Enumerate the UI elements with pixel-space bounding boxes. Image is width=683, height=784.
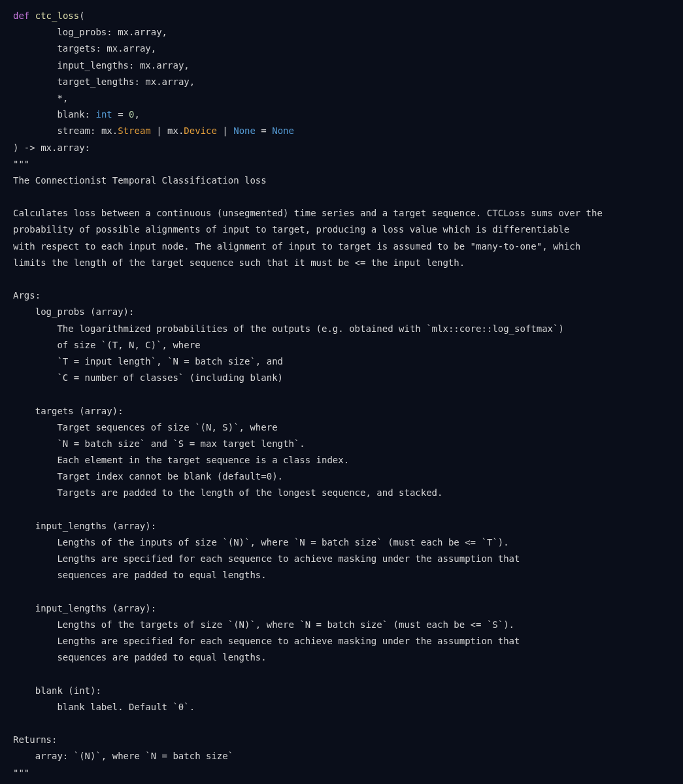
param-target-lengths: target_lengths (57, 76, 134, 87)
param-line: input_lengths: mx.array, (13, 57, 670, 74)
arg-name: targets (array): (13, 403, 670, 419)
param-type: int (95, 109, 112, 120)
docstring-title: The Connectionist Temporal Classificatio… (13, 172, 670, 189)
docstring-desc: limits the length of the target sequence… (13, 255, 670, 271)
return-type: mx.array (41, 142, 84, 153)
signature-close-line: ) -> mx.array: (13, 140, 670, 156)
param-line: stream: mx.Stream | mx.Device | None = N… (13, 123, 670, 139)
returns-desc: array: `(N)`, where `N = batch size` (13, 748, 670, 764)
param-line: target_lengths: mx.array, (13, 74, 670, 90)
blank-line (13, 715, 670, 732)
param-type: mx.array (145, 76, 189, 87)
param-type: mx.array (107, 43, 150, 54)
type-stream: Stream (118, 125, 151, 136)
docstring-desc: with respect to each input node. The ali… (13, 238, 670, 255)
arg-name: input_lengths (array): (13, 600, 670, 617)
open-paren: ( (79, 10, 84, 21)
blank-line (13, 666, 670, 683)
arg-desc: `N = batch size` and `S = max target len… (13, 436, 670, 452)
docstring-desc: probability of possible alignments of in… (13, 221, 670, 238)
arg-name: input_lengths (array): (13, 518, 670, 534)
arg-desc: blank label. Default `0`. (13, 699, 670, 715)
docstring-desc: Calculates loss between a continuous (un… (13, 205, 670, 221)
param-line: *, (13, 90, 670, 106)
arg-desc: sequences are padded to equal lengths. (13, 567, 670, 583)
param-line: blank: int = 0, (13, 106, 670, 123)
signature-line-def: def ctc_loss( (13, 8, 670, 24)
blank-line (13, 502, 670, 518)
blank-line (13, 271, 670, 287)
arg-desc: of size `(T, N, C)`, where (13, 337, 670, 353)
param-input-lengths: input_lengths (57, 60, 129, 71)
arg-desc: Targets are padded to the length of the … (13, 485, 670, 501)
docstring-open: """ (13, 156, 670, 172)
arg-desc: Lengths of the inputs of size `(N)`, whe… (13, 534, 670, 551)
param-type: mx.array (140, 60, 184, 71)
arg-name: blank (int): (13, 683, 670, 699)
returns-header: Returns: (13, 732, 670, 748)
param-blank: blank (57, 109, 84, 120)
arg-desc: `C = number of classes` (including blank… (13, 370, 670, 386)
arg-desc: `T = input length`, `N = batch size`, an… (13, 353, 670, 370)
kwonly-star: * (57, 93, 62, 103)
arg-desc: sequences are padded to equal lengths. (13, 649, 670, 666)
docstring-close: """ (13, 765, 670, 781)
arg-name: log_probs (array): (13, 304, 670, 320)
param-line: targets: mx.array, (13, 41, 670, 57)
code-block: def ctc_loss( log_probs: mx.array, targe… (13, 8, 670, 781)
param-line: log_probs: mx.array, (13, 24, 670, 41)
param-stream: stream (57, 125, 90, 136)
type-none: None (233, 125, 256, 136)
type-device: Device (184, 125, 217, 136)
args-header: Args: (13, 287, 670, 304)
param-targets: targets (57, 43, 95, 54)
arg-desc: Lengths are specified for each sequence … (13, 551, 670, 567)
arg-desc: Lengths of the targets of size `(N)`, wh… (13, 617, 670, 633)
arg-desc: Target sequences of size `(N, S)`, where (13, 419, 670, 436)
arg-desc: Lengths are specified for each sequence … (13, 633, 670, 649)
param-type: mx.array (118, 27, 161, 37)
arg-desc: Target index cannot be blank (default=0)… (13, 468, 670, 485)
blank-line (13, 386, 670, 402)
blank-line (13, 584, 670, 600)
arg-desc: The logarithmized probabilities of the o… (13, 321, 670, 337)
arg-desc: Each element in the target sequence is a… (13, 452, 670, 468)
function-name: ctc_loss (35, 10, 79, 21)
def-keyword: def (13, 10, 29, 21)
blank-line (13, 189, 670, 205)
param-log-probs: log_probs (57, 27, 107, 37)
default-none: None (272, 125, 294, 136)
